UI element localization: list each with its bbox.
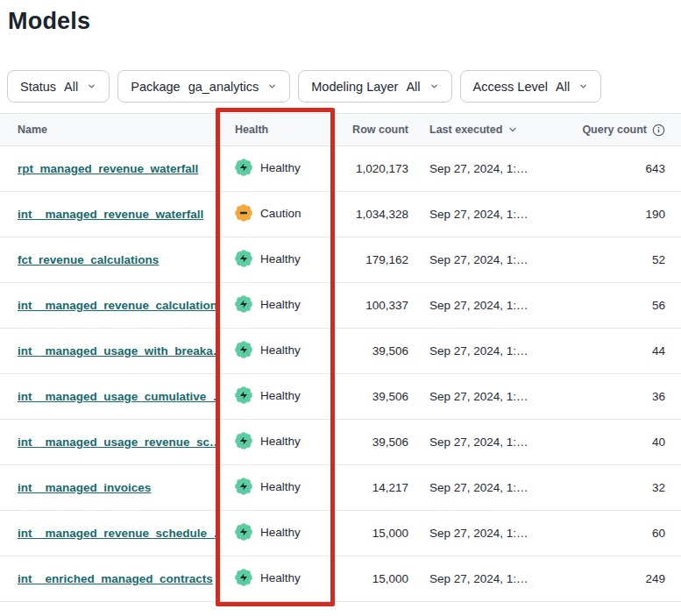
health-status-label: Healthy	[260, 435, 301, 448]
health-badge: Healthy	[235, 569, 301, 586]
filter-label: Status	[20, 80, 56, 94]
page-title: Models	[8, 8, 681, 35]
table-row: int__managed_usage_with_breaka…	[0, 329, 681, 374]
models-table: Name Health Row count Last executed Quer…	[0, 113, 681, 602]
health-status-label: Healthy	[260, 161, 301, 174]
zap-icon	[235, 341, 252, 358]
filter-access-level[interactable]: Access Level All	[460, 70, 602, 103]
health-badge: Healthy	[235, 295, 301, 313]
health-badge: Healthy	[235, 432, 301, 450]
filter-bar: Status All Package ga_analytics Modeling…	[7, 70, 681, 103]
model-link[interactable]: rpt_managed_revenue_waterfall	[18, 162, 198, 175]
row-count-value: 14,217	[335, 481, 408, 494]
table-row: int__managed_revenue_schedule_…	[0, 511, 681, 556]
table-row: fct_revenue_calculations	[0, 237, 681, 283]
query-count-value: 40	[543, 435, 681, 449]
last-executed-value: Sep 27, 2024, 1:…	[408, 527, 543, 540]
column-header-label: Query count	[582, 124, 647, 136]
health-status-label: Healthy	[260, 526, 301, 539]
health-badge: Healthy	[235, 341, 301, 358]
query-count-value: 190	[543, 208, 681, 221]
zap-icon	[235, 478, 252, 495]
table-row: int__managed_revenue_calculations	[0, 283, 681, 329]
query-count-value: 249	[543, 572, 681, 585]
health-badge: Healthy	[235, 159, 301, 176]
health-status-label: Healthy	[260, 298, 301, 311]
model-link[interactable]: int__enriched_managed_contracts	[18, 572, 213, 585]
health-status-label: Healthy	[260, 480, 301, 493]
column-header-health: Health	[216, 124, 335, 136]
model-link[interactable]: fct_revenue_calculations	[18, 253, 159, 266]
filter-label: Package	[131, 80, 180, 94]
zap-icon	[235, 569, 252, 586]
chevron-down-icon[interactable]	[507, 124, 518, 135]
table-row: int__managed_invoices	[0, 465, 681, 511]
last-executed-value: Sep 27, 2024, 1:…	[408, 162, 543, 175]
row-count-value: 15,000	[335, 527, 408, 540]
row-count-value: 1,020,173	[335, 162, 408, 175]
health-status-label: Healthy	[260, 343, 301, 357]
filter-status[interactable]: Status All	[7, 70, 110, 103]
zap-icon	[235, 432, 252, 450]
filter-value: All	[556, 80, 570, 94]
last-executed-value: Sep 27, 2024, 1:…	[408, 299, 543, 312]
last-executed-value: Sep 27, 2024, 1:…	[408, 481, 543, 494]
column-header-row-count: Row count	[335, 124, 408, 136]
last-executed-value: Sep 27, 2024, 1:…	[408, 572, 543, 585]
table-row: int__managed_usage_revenue_sc…	[0, 420, 681, 465]
query-count-value: 32	[543, 481, 681, 494]
health-badge: Healthy	[235, 523, 301, 541]
health-badge: Caution	[235, 204, 301, 222]
query-count-value: 60	[543, 527, 681, 540]
filter-value: All	[406, 80, 420, 94]
last-executed-value: Sep 27, 2024, 1:…	[408, 390, 543, 403]
table-row: int__enriched_managed_contracts	[0, 556, 681, 602]
zap-icon	[235, 523, 252, 541]
table-body: rpt_managed_revenue_waterfall	[0, 146, 681, 602]
filter-package[interactable]: Package ga_analytics	[117, 70, 290, 103]
filter-value: All	[64, 80, 78, 94]
column-header-name: Name	[0, 124, 216, 136]
model-link[interactable]: int__managed_revenue_schedule_…	[18, 527, 216, 540]
table-row: rpt_managed_revenue_waterfall	[0, 146, 681, 192]
zap-icon	[235, 386, 252, 404]
query-count-value: 56	[543, 299, 681, 312]
model-link[interactable]: int__managed_usage_revenue_sc…	[18, 435, 216, 449]
health-badge: Healthy	[235, 250, 301, 267]
model-link[interactable]: int__managed_usage_with_breaka…	[18, 344, 216, 358]
model-link[interactable]: int__managed_usage_cumulative_…	[18, 390, 216, 403]
filter-label: Access Level	[473, 80, 548, 94]
health-status-label: Healthy	[260, 571, 301, 584]
column-header-query-count: Query count	[543, 124, 681, 137]
zap-icon	[235, 250, 252, 267]
health-status-label: Healthy	[260, 252, 301, 266]
query-count-value: 643	[543, 162, 681, 175]
row-count-value: 179,162	[335, 253, 408, 266]
model-link[interactable]: int__managed_revenue_waterfall	[18, 208, 203, 221]
last-executed-value: Sep 27, 2024, 1:…	[408, 435, 543, 449]
zap-icon	[235, 295, 252, 313]
last-executed-value: Sep 27, 2024, 1:…	[408, 253, 543, 266]
table-row: int__managed_revenue_waterfall	[0, 192, 681, 237]
row-count-value: 39,506	[335, 390, 408, 403]
zap-icon	[235, 159, 252, 176]
chevron-down-icon	[578, 81, 588, 91]
filter-modeling-layer[interactable]: Modeling Layer All	[298, 70, 451, 103]
column-header-last-executed[interactable]: Last executed	[408, 124, 543, 136]
chevron-down-icon	[87, 81, 96, 91]
filter-value: ga_analytics	[188, 80, 259, 94]
minus-icon	[235, 204, 252, 222]
model-link[interactable]: int__managed_invoices	[18, 481, 151, 494]
model-link[interactable]: int__managed_revenue_calculations	[18, 299, 216, 312]
health-status-label: Healthy	[260, 389, 301, 402]
filter-label: Modeling Layer	[311, 80, 398, 94]
row-count-value: 1,034,328	[335, 208, 408, 221]
last-executed-value: Sep 27, 2024, 1:…	[408, 344, 543, 358]
chevron-down-icon	[267, 81, 277, 91]
chevron-down-icon	[429, 81, 439, 91]
info-icon[interactable]	[652, 124, 665, 137]
query-count-value: 52	[543, 253, 681, 266]
health-badge: Healthy	[235, 478, 301, 495]
row-count-value: 39,506	[335, 344, 408, 358]
row-count-value: 15,000	[335, 572, 408, 585]
